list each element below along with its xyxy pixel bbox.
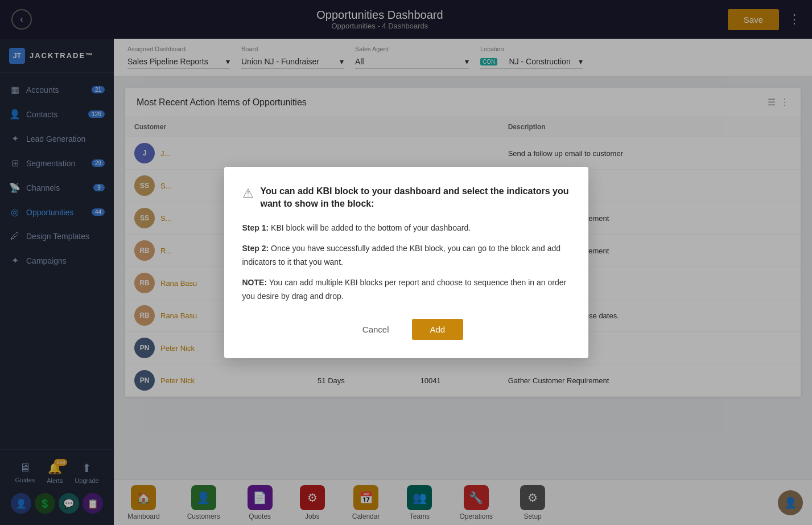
modal-overlay: ⚠ You can add KBI block to your dashboar…: [0, 0, 812, 525]
modal-title: You can add KBI block to your dashboard …: [261, 185, 570, 211]
step1-label: Step 1:: [242, 223, 269, 232]
add-button[interactable]: Add: [412, 319, 464, 340]
modal-body: Step 1: KBI block will be added to the b…: [242, 222, 570, 303]
note-text: You can add multiple KBI blocks per repo…: [242, 278, 567, 301]
step2-text: Once you have successfully added the KBI…: [242, 244, 561, 266]
step2-label: Step 2:: [242, 244, 269, 253]
modal-warning-icon: ⚠: [242, 186, 254, 201]
kbi-modal: ⚠ You can add KBI block to your dashboar…: [224, 167, 588, 359]
step1-text: KBI block will be added to the bottom of…: [271, 223, 471, 232]
cancel-button[interactable]: Cancel: [349, 319, 403, 340]
note-label: NOTE:: [242, 278, 267, 287]
